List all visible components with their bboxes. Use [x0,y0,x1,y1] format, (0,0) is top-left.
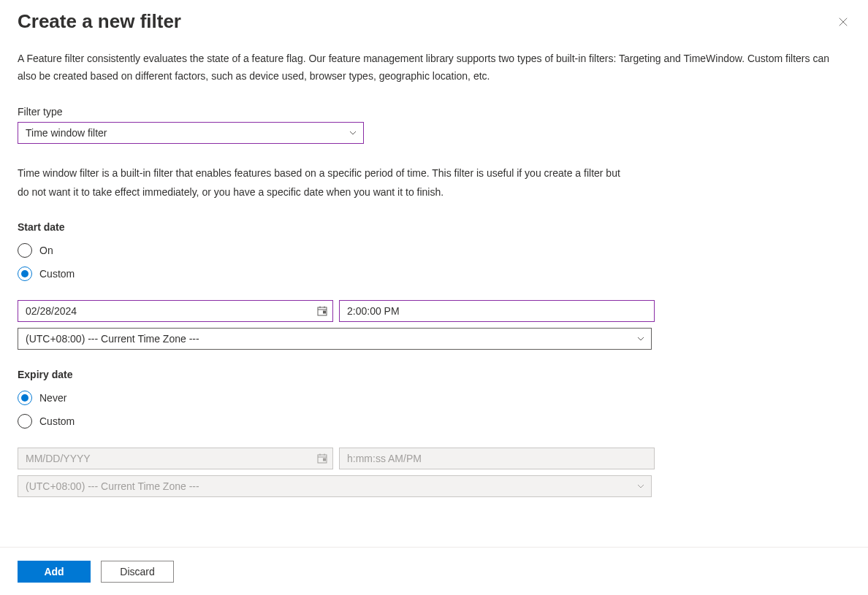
calendar-icon [316,453,328,464]
calendar-icon[interactable] [316,305,328,317]
expiry-timezone-dropdown: (UTC+08:00) --- Current Time Zone --- [18,475,652,497]
page-title: Create a new filter [18,10,181,33]
radio-icon [18,266,32,281]
filter-type-explain: Time window filter is a built-in filter … [18,164,631,202]
expiry-date-placeholder: MM/DD/YYYY [26,453,91,464]
start-date-label: Start date [18,221,850,233]
radio-icon [18,243,32,258]
expiry-timezone-value: (UTC+08:00) --- Current Time Zone --- [26,480,199,492]
svg-rect-11 [324,458,326,461]
filter-type-value: Time window filter [26,127,107,139]
chevron-down-icon [349,128,357,137]
chevron-down-icon [636,482,645,491]
expiry-date-radio-group: Never Custom [18,386,850,433]
filter-type-dropdown[interactable]: Time window filter [18,122,364,144]
radio-label: On [39,245,53,256]
chevron-down-icon [636,334,645,343]
radio-icon [18,414,32,429]
filter-type-label: Filter type [18,106,850,118]
expiry-date-input: MM/DD/YYYY [18,448,333,469]
add-button[interactable]: Add [18,561,91,583]
discard-button[interactable]: Discard [101,561,174,583]
radio-label: Custom [39,268,75,280]
start-date-value: 02/28/2024 [26,305,77,317]
start-date-radio-group: On Custom [18,239,850,285]
description-text: A Feature filter consistently evaluates … [18,50,850,85]
radio-icon [18,391,32,405]
start-timezone-dropdown[interactable]: (UTC+08:00) --- Current Time Zone --- [18,328,652,350]
start-date-input[interactable]: 02/28/2024 [18,300,333,322]
expiry-date-radio-never[interactable]: Never [18,386,850,410]
start-date-radio-on[interactable]: On [18,239,850,262]
radio-label: Custom [39,415,75,427]
footer: Add Discard [0,547,868,595]
expiry-date-label: Expiry date [18,369,850,380]
close-button[interactable] [836,15,850,29]
radio-label: Never [39,392,66,404]
start-date-radio-custom[interactable]: Custom [18,262,850,285]
close-icon [838,17,848,27]
start-timezone-value: (UTC+08:00) --- Current Time Zone --- [26,333,199,345]
svg-rect-6 [324,311,326,313]
expiry-date-radio-custom[interactable]: Custom [18,410,850,433]
expiry-time-input: h:mm:ss AM/PM [339,448,655,469]
expiry-time-placeholder: h:mm:ss AM/PM [347,453,422,464]
start-time-value: 2:00:00 PM [347,305,400,317]
start-time-input[interactable]: 2:00:00 PM [339,300,655,322]
